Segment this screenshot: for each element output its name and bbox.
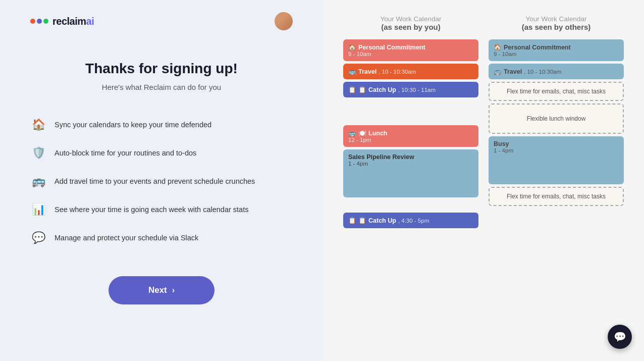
logo-text: reclaimai	[52, 16, 94, 27]
left-event-sales-pipeline: Sales Pipeline Review 1 - 4pm	[343, 149, 478, 197]
logo-dots	[30, 19, 48, 24]
feature-icon-2: 🛡️	[30, 145, 46, 161]
next-button-label: Next	[148, 285, 167, 295]
personal-commitment-time-left: 9 - 10am	[348, 51, 473, 57]
sales-pipeline-time-left: 1 - 4pm	[348, 161, 473, 167]
left-spacer-1	[343, 100, 478, 123]
catchup2-icon-left: 📋	[348, 217, 356, 224]
left-calendar-header: Your Work Calendar (as seen by you)	[343, 15, 478, 31]
feature-icon-3: 🚌	[30, 173, 46, 189]
travel-icon-right: 🚌	[494, 68, 502, 75]
travel-title-right: Travel	[504, 68, 522, 75]
left-calendar-top-label: Your Work Calendar	[343, 15, 478, 23]
lunch-icon2-left: 🍽️	[358, 129, 366, 137]
chat-bubble[interactable]: 💬	[608, 325, 632, 349]
flex-email2-text: Flex time for emails, chat, misc tasks	[507, 193, 606, 200]
right-event-personal-commitment: 🏠 Personal Commitment 9 - 10am	[489, 39, 624, 61]
feature-item-5: 💬 Manage and protect your schedule via S…	[30, 230, 293, 246]
right-panel: Your Work Calendar (as seen by you) 🏠 Pe…	[323, 0, 644, 361]
feature-item-1: 🏠 Sync your calendars to keep your time …	[30, 117, 293, 133]
catchup2-title-left: Catch Up	[368, 217, 396, 224]
feature-text-3: Add travel time to your events and preve…	[55, 176, 255, 186]
logo-text-accent: ai	[86, 16, 94, 27]
right-calendar-bottom-label: (as seen by others)	[489, 23, 624, 31]
lunch-time-left: 12 - 1pm	[348, 137, 473, 143]
feature-icon-5: 💬	[30, 230, 46, 246]
left-spacer-2	[343, 200, 478, 210]
dot-green	[43, 19, 48, 24]
travel-icon-left: 🚌	[348, 68, 356, 75]
right-calendar-top-label: Your Work Calendar	[489, 15, 624, 23]
sales-pipeline-title-left: Sales Pipeline Review	[348, 153, 473, 161]
left-calendar: Your Work Calendar (as seen by you) 🏠 Pe…	[343, 15, 478, 228]
right-calendar-header: Your Work Calendar (as seen by others)	[489, 15, 624, 31]
right-calendar-body: 🏠 Personal Commitment 9 - 10am 🚌 Travel …	[489, 39, 624, 206]
right-event-travel: 🚌 Travel , 10 - 10:30am	[489, 64, 624, 79]
lunch-title-left: Lunch	[368, 130, 388, 137]
title-section: Thanks for signing up! Here's what Recla…	[85, 61, 238, 91]
flex-lunch-text: Flexible lunch window	[527, 115, 586, 122]
busy-time-right: 1 - 4pm	[494, 147, 619, 153]
personal-commitment-icon-left: 🏠	[348, 43, 356, 51]
busy-title-right: Busy	[494, 140, 619, 147]
catchup-icon-left: 📋	[348, 86, 356, 93]
dot-blue	[37, 19, 42, 24]
feature-icon-1: 🏠	[30, 117, 46, 133]
feature-item-3: 🚌 Add travel time to your events and pre…	[30, 173, 293, 189]
features-list: 🏠 Sync your calendars to keep your time …	[30, 117, 293, 246]
right-event-flex-lunch: Flexible lunch window	[489, 104, 624, 134]
logo: reclaimai	[30, 16, 94, 27]
left-calendar-bottom-label: (as seen by you)	[343, 23, 478, 31]
left-event-lunch: 🚌 🍽️ Lunch 12 - 1pm	[343, 125, 478, 147]
catchup2-time-left: , 4:30 - 5pm	[398, 218, 429, 224]
avatar-image	[275, 12, 293, 30]
travel-time-left: , 10 - 10:30am	[379, 69, 416, 75]
feature-text-5: Manage and protect your schedule via Sla…	[55, 233, 198, 243]
right-event-flex-email: Flex time for emails, chat, misc tasks	[489, 82, 624, 101]
right-event-busy: Busy 1 - 4pm	[489, 136, 624, 184]
travel-time-right: , 10 - 10:30am	[524, 69, 561, 75]
feature-item-2: 🛡️ Auto-block time for your routines and…	[30, 145, 293, 161]
flex-email-text: Flex time for emails, chat, misc tasks	[507, 88, 606, 95]
left-event-catchup: 📋 📋 Catch Up , 10:30 - 11am	[343, 82, 478, 97]
feature-item-4: 📊 See where your time is going each week…	[30, 201, 293, 218]
header: reclaimai	[30, 0, 293, 30]
personal-commitment-title-right: Personal Commitment	[504, 44, 571, 51]
dot-red	[30, 19, 35, 24]
main-title: Thanks for signing up!	[85, 61, 238, 77]
next-button[interactable]: Next ›	[109, 276, 214, 304]
lunch-icon1-left: 🚌	[348, 129, 356, 137]
chat-icon: 💬	[614, 331, 626, 343]
feature-icon-4: 📊	[30, 201, 46, 218]
catchup2-icon2-left: 📋	[358, 217, 366, 224]
right-event-flex-email2: Flex time for emails, chat, misc tasks	[489, 187, 624, 206]
left-event-personal-commitment: 🏠 Personal Commitment 9 - 10am	[343, 39, 478, 61]
subtitle: Here's what Reclaim can do for you	[85, 83, 238, 91]
catchup-icon2-left: 📋	[358, 86, 366, 93]
travel-title-left: Travel	[358, 68, 377, 75]
catchup-time-left: , 10:30 - 11am	[398, 87, 436, 93]
feature-text-1: Sync your calendars to keep your time de…	[55, 120, 211, 130]
left-panel: reclaimai Thanks for signing up! Here's …	[0, 0, 323, 361]
feature-text-2: Auto-block time for your routines and to…	[55, 148, 196, 158]
left-event-travel: 🚌 Travel , 10 - 10:30am	[343, 64, 478, 79]
feature-text-4: See where your time is going each week w…	[55, 204, 248, 215]
left-event-catchup2: 📋 📋 Catch Up , 4:30 - 5pm	[343, 213, 478, 228]
chevron-right-icon: ›	[172, 286, 175, 295]
personal-commitment-time-right: 9 - 10am	[494, 51, 619, 57]
right-calendar: Your Work Calendar (as seen by others) 🏠…	[489, 15, 624, 206]
catchup-title-left: Catch Up	[368, 86, 396, 93]
left-calendar-body: 🏠 Personal Commitment 9 - 10am 🚌 Travel …	[343, 39, 478, 228]
personal-commitment-icon-right: 🏠	[494, 43, 502, 51]
personal-commitment-title-left: Personal Commitment	[358, 44, 425, 51]
avatar[interactable]	[275, 12, 293, 30]
